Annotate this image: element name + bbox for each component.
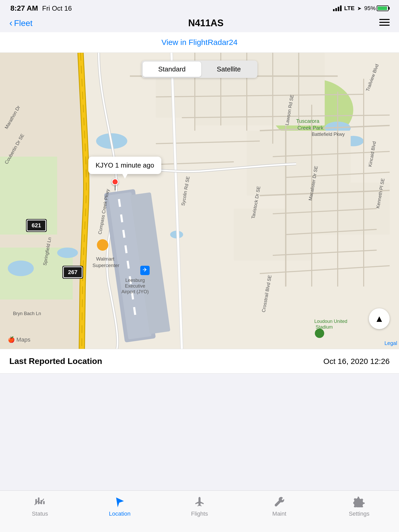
map-svg: 621 267 Marathon Dr Coubertin Dr SE Comp… [0,53,399,349]
location-tab-icon [113,495,127,508]
svg-rect-0 [379,19,390,20]
back-label: Fleet [14,18,32,28]
callout-text: KJYO 1 minute ago [96,161,154,169]
tab-location[interactable]: Location [80,495,159,517]
last-reported-time: Oct 16, 2020 12:26 [323,357,390,366]
svg-text:Battlefield Pkwy: Battlefield Pkwy [312,132,345,137]
compass-button[interactable]: ▲ [369,308,390,329]
tab-bar: Status Location Flights Maint [0,490,399,532]
settings-tab-label: Settings [349,510,370,517]
svg-text:✈: ✈ [143,267,147,273]
svg-text:Stadium: Stadium [316,324,333,330]
status-tab-icon [33,495,47,508]
status-date: Fri Oct 16 [42,4,72,12]
tab-settings[interactable]: Settings [319,495,399,517]
svg-text:Legal: Legal [384,340,397,346]
activity-icon [34,496,46,507]
settings-tab-icon [352,495,366,508]
map-callout[interactable]: KJYO 1 minute ago [88,157,161,174]
gear-icon [353,496,365,507]
svg-rect-1 [379,22,390,23]
status-bar: 8:27 AM Fri Oct 16 LTE ➤ 95% [0,0,399,16]
nav-bar: ‹ Fleet N411AS [0,16,399,32]
svg-text:267: 267 [68,269,78,275]
svg-text:Executive: Executive [125,283,145,289]
flights-tab-icon [193,495,206,508]
wrench-icon [274,496,285,507]
menu-button[interactable] [379,18,390,29]
map-segment-control: Standard Satellite [142,61,257,78]
tab-maint[interactable]: Maint [240,495,319,517]
battery-icon [377,5,389,11]
flights-tab-label: Flights [191,510,208,517]
pin-line [115,185,115,190]
chevron-left-icon: ‹ [9,18,12,29]
signal-bars [333,5,342,11]
svg-text:Bryn Bach Ln: Bryn Bach Ln [13,311,41,316]
svg-text:Creek Park: Creek Park [297,125,324,131]
map-pin [112,178,118,190]
location-tab-label: Location [109,510,130,517]
svg-text:621: 621 [32,222,41,229]
tab-flights[interactable]: Flights [159,495,239,517]
svg-rect-92 [43,501,45,504]
svg-rect-18 [234,209,312,261]
svg-point-71 [97,239,108,251]
lte-indicator: LTE [344,5,355,12]
svg-text:Airport (JYO): Airport (JYO) [121,289,149,294]
battery-container: 95% [364,5,389,12]
svg-text:Walmart: Walmart [96,256,115,262]
last-reported-label: Last Reported Location [9,356,102,366]
page-title: N411AS [188,18,224,29]
hamburger-icon [379,18,390,26]
map-container[interactable]: 621 267 Marathon Dr Coubertin Dr SE Comp… [0,53,399,349]
svg-rect-15 [156,79,208,118]
tab-status[interactable]: Status [0,495,80,517]
location-icon [114,496,125,507]
standard-map-button[interactable]: Standard [143,62,201,77]
status-icons: LTE ➤ 95% [333,5,389,12]
flightradar-bar: View in FlightRadar24 [0,32,399,53]
location-bar: Last Reported Location Oct 16, 2020 12:2… [0,349,399,374]
status-tab-label: Status [32,510,48,517]
pin-circle [112,178,118,185]
svg-point-11 [8,261,34,276]
maint-tab-label: Maint [272,510,286,517]
status-time: 8:27 AM [10,4,38,12]
compass-arrow-icon: ▲ [375,313,384,324]
satellite-map-button[interactable]: Satellite [201,62,257,77]
svg-point-83 [315,329,324,338]
maint-tab-icon [272,495,286,508]
svg-text:Supercenter: Supercenter [92,263,119,268]
svg-point-93 [275,505,277,506]
svg-text:Leesburg: Leesburg [125,278,145,283]
flightradar-link[interactable]: View in FlightRadar24 [162,38,238,46]
svg-text:Loudoun United: Loudoun United [314,319,347,324]
svg-text:Tuscarora: Tuscarora [296,118,320,124]
svg-text:🍎 Maps: 🍎 Maps [8,336,30,343]
airplane-icon [194,496,205,507]
svg-point-12 [57,248,78,258]
battery-percentage: 95% [364,5,376,12]
svg-rect-2 [379,25,390,26]
location-arrow-icon: ➤ [357,5,362,11]
back-button[interactable]: ‹ Fleet [9,18,32,29]
